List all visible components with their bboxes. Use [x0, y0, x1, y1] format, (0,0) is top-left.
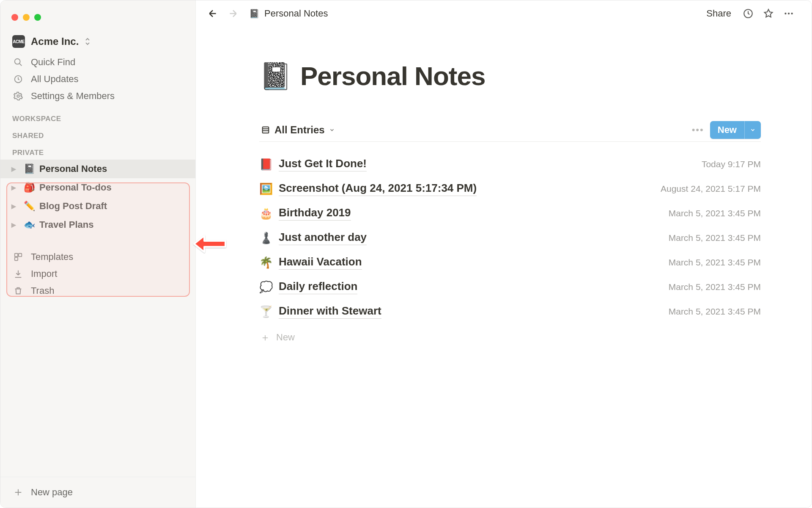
sidebar-page-label: Blog Post Draft — [39, 201, 107, 212]
page-title-row: 📓 Personal Notes — [259, 61, 761, 91]
section-shared[interactable]: SHARED — [0, 126, 195, 143]
close-window-button[interactable] — [11, 14, 18, 21]
sidebar-page-item[interactable]: ▶✏️Blog Post Draft — [0, 197, 195, 215]
entry-title: Just Get It Done! — [279, 157, 367, 171]
add-new-row-button[interactable]: ＋ New — [259, 324, 761, 344]
settings-label: Settings & Members — [31, 91, 115, 102]
section-workspace[interactable]: WORKSPACE — [0, 109, 195, 126]
star-icon — [763, 8, 774, 19]
clock-icon — [743, 8, 754, 19]
minimize-window-button[interactable] — [23, 14, 30, 21]
chevron-down-icon — [329, 127, 335, 133]
svg-point-8 — [788, 13, 790, 14]
page-title[interactable]: Personal Notes — [300, 61, 485, 91]
entry-row[interactable]: 🍸Dinner with StewartMarch 5, 2021 3:45 P… — [259, 299, 761, 324]
disclosure-triangle-icon[interactable]: ▶ — [11, 184, 19, 191]
page-emoji-icon: 📓 — [23, 163, 35, 174]
section-private[interactable]: PRIVATE — [0, 143, 195, 160]
window-controls — [0, 6, 195, 21]
sidebar-page-item[interactable]: ▶📓Personal Notes — [0, 160, 195, 178]
breadcrumb[interactable]: 📓 Personal Notes — [245, 6, 331, 21]
notebook-icon: 📓 — [248, 8, 260, 19]
entry-title: Birthday 2019 — [279, 206, 351, 221]
more-menu-button[interactable] — [780, 5, 797, 22]
sidebar-page-item[interactable]: ▶🎒Personal To-dos — [0, 178, 195, 197]
search-icon — [12, 58, 24, 67]
entry-row[interactable]: 📕Just Get It Done!Today 9:17 PM — [259, 152, 761, 177]
entry-emoji-icon: 💭 — [259, 281, 279, 294]
entry-emoji-icon: 🎂 — [259, 207, 279, 220]
view-options-button[interactable]: ••• — [686, 122, 710, 138]
app-window: ACME Acme Inc. Quick Find All Updates — [0, 0, 812, 508]
entry-date: August 24, 2021 5:17 PM — [661, 184, 761, 194]
trash-icon — [12, 286, 24, 295]
entry-emoji-icon: 📕 — [259, 158, 279, 171]
sidebar-page-label: Travel Plans — [39, 219, 93, 230]
updates-button[interactable] — [740, 5, 757, 22]
quick-find-button[interactable]: Quick Find — [0, 54, 195, 71]
new-entry-button[interactable]: New — [710, 121, 744, 139]
page-content: 📓 Personal Notes All Entries ••• — [196, 27, 812, 361]
disclosure-triangle-icon[interactable]: ▶ — [11, 166, 19, 172]
svg-point-9 — [791, 13, 793, 14]
fullscreen-window-button[interactable] — [34, 14, 41, 21]
main-area: 📓 Personal Notes Share — [196, 0, 812, 508]
private-pages-list: ▶📓Personal Notes▶🎒Personal To-dos▶✏️Blog… — [0, 160, 195, 234]
nav-back-button[interactable] — [204, 5, 221, 22]
templates-button[interactable]: Templates — [0, 248, 195, 265]
trash-button[interactable]: Trash — [0, 282, 195, 299]
plus-icon — [12, 488, 24, 497]
import-button[interactable]: Import — [0, 265, 195, 282]
disclosure-triangle-icon[interactable]: ▶ — [11, 203, 19, 210]
import-label: Import — [31, 268, 57, 279]
new-entry-dropdown-button[interactable] — [744, 121, 761, 139]
plus-icon: ＋ — [260, 331, 270, 344]
breadcrumb-label: Personal Notes — [264, 8, 328, 19]
entry-emoji-icon: ♟️ — [259, 232, 279, 245]
list-view-icon — [261, 125, 270, 135]
all-updates-label: All Updates — [31, 74, 79, 85]
templates-label: Templates — [31, 251, 73, 262]
gear-icon — [12, 91, 24, 101]
sidebar-tools: Templates Import Trash — [0, 247, 195, 304]
entry-row[interactable]: 🌴Hawaii VacationMarch 5, 2021 3:45 PM — [259, 250, 761, 275]
new-page-button[interactable]: New page — [0, 484, 195, 501]
entry-date: March 5, 2021 3:45 PM — [669, 306, 761, 317]
entry-title: Hawaii Vacation — [279, 255, 362, 270]
nav-forward-button[interactable] — [225, 5, 241, 22]
workspace-name: Acme Inc. — [31, 36, 79, 47]
new-entry-button-group: New — [710, 121, 761, 139]
svg-rect-5 — [14, 257, 17, 260]
page-emoji-icon: 🎒 — [23, 182, 35, 193]
disclosure-triangle-icon[interactable]: ▶ — [11, 221, 19, 228]
templates-icon — [12, 252, 24, 262]
share-button[interactable]: Share — [701, 6, 736, 22]
workspace-switcher[interactable]: ACME Acme Inc. — [0, 21, 195, 52]
view-tab-all-entries[interactable]: All Entries — [259, 121, 337, 138]
sidebar-page-label: Personal To-dos — [39, 182, 112, 193]
entry-title: Screenshot (Aug 24, 2021 5:17:34 PM) — [279, 182, 477, 196]
clock-icon — [12, 75, 24, 84]
sidebar-page-label: Personal Notes — [39, 163, 107, 174]
entry-row[interactable]: 🖼️Screenshot (Aug 24, 2021 5:17:34 PM)Au… — [259, 177, 761, 201]
entry-date: March 5, 2021 3:45 PM — [669, 233, 761, 243]
svg-point-2 — [17, 95, 19, 97]
view-tab-label: All Entries — [274, 124, 325, 136]
favorite-button[interactable] — [760, 5, 777, 22]
page-emoji-icon: 🐟 — [23, 219, 35, 230]
sidebar-page-item[interactable]: ▶🐟Travel Plans — [0, 215, 195, 234]
entry-date: Today 9:17 PM — [702, 159, 761, 169]
settings-members-button[interactable]: Settings & Members — [0, 88, 195, 105]
entry-row[interactable]: 💭Daily reflectionMarch 5, 2021 3:45 PM — [259, 275, 761, 299]
more-horizontal-icon: ••• — [692, 124, 704, 135]
sidebar: ACME Acme Inc. Quick Find All Updates — [0, 0, 196, 508]
page-emoji-icon[interactable]: 📓 — [259, 61, 292, 91]
entry-row[interactable]: ♟️Just another dayMarch 5, 2021 3:45 PM — [259, 226, 761, 250]
entry-title: Dinner with Stewart — [279, 304, 381, 319]
all-updates-button[interactable]: All Updates — [0, 71, 195, 88]
entry-emoji-icon: 🍸 — [259, 305, 279, 318]
entry-date: March 5, 2021 3:45 PM — [669, 282, 761, 292]
svg-rect-3 — [14, 254, 17, 257]
entry-date: March 5, 2021 3:45 PM — [669, 208, 761, 218]
entry-row[interactable]: 🎂Birthday 2019March 5, 2021 3:45 PM — [259, 201, 761, 226]
